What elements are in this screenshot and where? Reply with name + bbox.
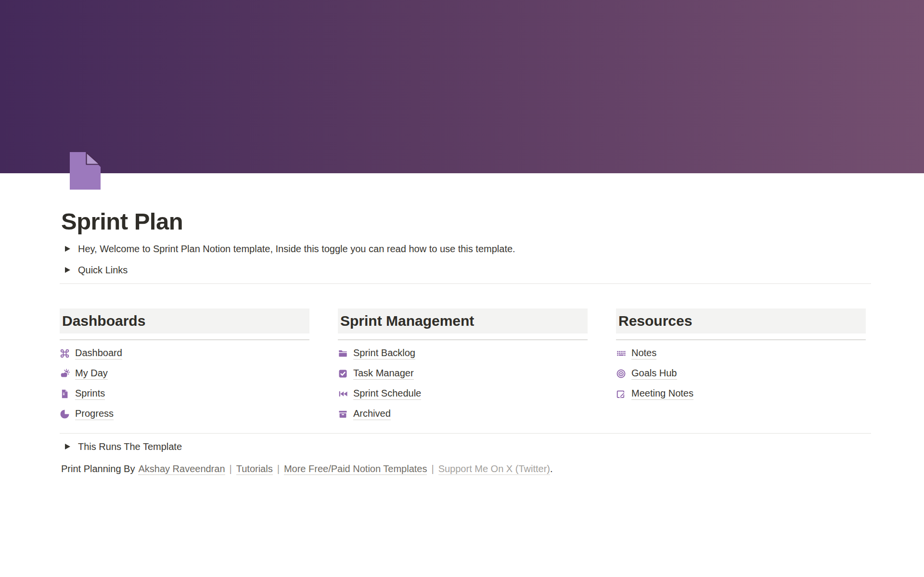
document-icon	[60, 389, 70, 399]
divider-bottom	[60, 433, 871, 434]
section-title: Dashboards	[62, 313, 145, 329]
footer-suffix: .	[550, 463, 553, 474]
page-title[interactable]: Sprint Plan	[60, 207, 871, 236]
page-link-label[interactable]: Sprint Schedule	[353, 388, 421, 400]
page-link[interactable]: Sprint Backlog	[338, 343, 588, 363]
toggle-welcome[interactable]: Hey, Welcome to Sprint Plan Notion templ…	[60, 238, 871, 259]
archive-icon	[338, 409, 348, 419]
triangle-glyph	[65, 444, 70, 449]
page-link[interactable]: Progress	[60, 404, 309, 424]
triangle-glyph	[65, 246, 70, 252]
page-link[interactable]: Sprints	[60, 384, 309, 404]
toggle-welcome-label: Hey, Welcome to Sprint Plan Notion templ…	[78, 244, 515, 255]
page-link-label[interactable]: Sprint Backlog	[353, 347, 415, 359]
page-link-label[interactable]: Progress	[75, 408, 114, 420]
page-link[interactable]: Goals Hub	[616, 363, 866, 384]
section-column: Resources Notes Goals Hub Meeting Notes	[616, 308, 866, 424]
toggle-triangle-icon[interactable]	[61, 440, 74, 453]
page-icon[interactable]	[70, 152, 101, 190]
toggle-quick-links[interactable]: Quick Links	[60, 259, 871, 281]
page-link-label[interactable]: Archived	[353, 408, 391, 420]
pie-chart-icon	[60, 409, 70, 419]
footer-separator: |	[277, 463, 280, 474]
footer: Print Planning By Akshay Raveendran|Tuto…	[60, 459, 871, 479]
link-list: Dashboard My Day Sprints Progress	[60, 343, 309, 424]
keyboard-icon	[616, 348, 626, 359]
footer-link[interactable]: More Free/Paid Notion Templates	[284, 463, 427, 475]
section-title: Resources	[618, 313, 692, 329]
page-link-label[interactable]: Task Manager	[353, 368, 414, 380]
cover-image	[0, 0, 924, 173]
page-link[interactable]: Dashboard	[60, 343, 309, 363]
footer-prefix: Print Planning By	[61, 463, 135, 474]
page-icon-glyph	[70, 152, 101, 190]
target-icon	[616, 369, 626, 379]
page-link-label[interactable]: Goals Hub	[631, 368, 677, 380]
section-divider	[616, 339, 866, 340]
section-header: Dashboards	[60, 308, 309, 333]
footer-links: Akshay Raveendran|Tutorials|More Free/Pa…	[138, 463, 550, 474]
page-link-label[interactable]: Sprints	[75, 388, 105, 400]
section-title: Sprint Management	[340, 313, 474, 329]
page-link[interactable]: Archived	[338, 404, 588, 424]
page-link[interactable]: My Day	[60, 363, 309, 384]
page-link[interactable]: Notes	[616, 343, 866, 363]
section-header: Sprint Management	[338, 308, 588, 333]
page-link-label[interactable]: My Day	[75, 368, 108, 380]
footer-separator: |	[230, 463, 232, 474]
section-column: Dashboards Dashboard My Day Sprints Prog…	[60, 308, 309, 424]
section-column: Sprint Management Sprint Backlog Task Ma…	[338, 308, 588, 424]
toggle-triangle-icon[interactable]	[61, 264, 74, 276]
checkbox-icon	[338, 369, 348, 379]
toggle-runs-template[interactable]: This Runs The Template	[60, 436, 871, 457]
sun-cloud-icon	[60, 369, 70, 379]
toggle-quick-links-label: Quick Links	[78, 265, 128, 276]
page-link-label[interactable]: Notes	[631, 347, 656, 359]
compose-icon	[616, 389, 626, 399]
triangle-glyph	[65, 267, 70, 273]
footer-separator: |	[431, 463, 434, 474]
divider-top	[60, 283, 871, 284]
page-link-label[interactable]: Dashboard	[75, 347, 122, 359]
section-divider	[338, 339, 588, 340]
columns: Dashboards Dashboard My Day Sprints Prog…	[60, 308, 871, 424]
footer-link[interactable]: Akshay Raveendran	[138, 463, 225, 475]
section-header: Resources	[616, 308, 866, 333]
page-link[interactable]: Sprint Schedule	[338, 384, 588, 404]
footer-link[interactable]: Support Me On X (Twitter)	[438, 463, 550, 475]
section-divider	[60, 339, 309, 340]
page-link-label[interactable]: Meeting Notes	[631, 388, 693, 400]
link-list: Notes Goals Hub Meeting Notes	[616, 343, 866, 404]
link-list: Sprint Backlog Task Manager Sprint Sched…	[338, 343, 588, 424]
command-icon	[60, 348, 70, 359]
toggle-runs-template-label: This Runs The Template	[78, 441, 182, 452]
page-link[interactable]: Meeting Notes	[616, 384, 866, 404]
footer-link[interactable]: Tutorials	[236, 463, 273, 475]
folder-icon	[338, 348, 348, 359]
rewind-icon	[338, 389, 348, 399]
toggle-triangle-icon[interactable]	[61, 243, 74, 255]
page-link[interactable]: Task Manager	[338, 363, 588, 384]
page-content: Sprint Plan Hey, Welcome to Sprint Plan …	[60, 173, 871, 479]
